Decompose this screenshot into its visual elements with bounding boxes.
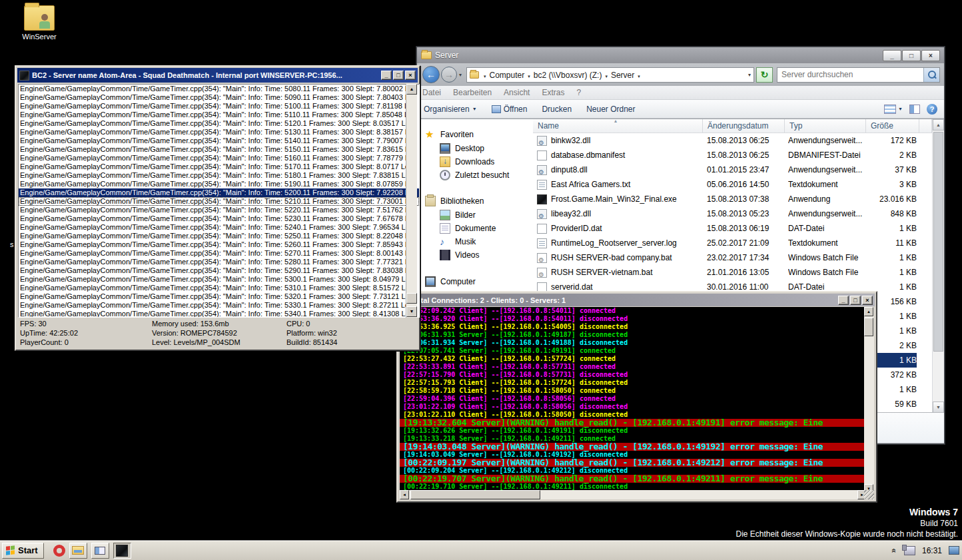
bc2-log-line[interactable]: Engine/Game/GameplayCommon/Time/GameTime… xyxy=(19,197,419,206)
bc2-log-line[interactable]: Engine/Game/GameplayCommon/Time/GameTime… xyxy=(19,249,419,258)
console-log-line[interactable]: [22:06:31.934 Server] --[192.168.0.1:491… xyxy=(400,339,867,347)
bc2-log-line[interactable]: Engine/Game/GameplayCommon/Time/GameTime… xyxy=(19,310,419,318)
console-close-button[interactable]: × xyxy=(862,296,873,305)
file-row[interactable]: Frost.Game.Main_Win32_Final.exe15.08.201… xyxy=(533,192,932,206)
file-row[interactable]: ProviderID.dat15.08.2013 06:19DAT-Datei1… xyxy=(533,221,932,236)
scroll-up-icon[interactable]: ▲ xyxy=(933,119,944,131)
bc2-log-line[interactable]: Engine/Game/GameplayCommon/Time/GameTime… xyxy=(19,232,419,240)
column-header-name[interactable]: Name▴ xyxy=(533,119,703,133)
console-log-line[interactable]: [23:01:22.109 Client] --[192.168.0.8:580… xyxy=(400,403,867,411)
scroll-up-icon[interactable]: ▲ xyxy=(864,307,873,316)
console-output[interactable]: [21:52:09.242 Client] --[192.168.0.8:540… xyxy=(400,307,867,493)
menu-item-[interactable]: ? xyxy=(576,88,581,97)
menu-item-extras[interactable]: Extras xyxy=(542,88,564,97)
sidebar-item-dokumente[interactable]: Dokumente xyxy=(440,222,496,235)
explorer-maximize-button[interactable]: □ xyxy=(902,50,921,61)
file-row[interactable]: RUSH SERVER-bad company.bat23.02.2017 17… xyxy=(533,250,932,265)
console-log-line[interactable]: [21:53:36.925 Client] --[192.168.0.1:540… xyxy=(400,323,867,331)
console-log-line[interactable]: [22:53:27.432 Client] --[192.168.0.1:577… xyxy=(400,355,867,363)
bc2-log-line[interactable]: Engine/Game/GameplayCommon/Time/GameTime… xyxy=(19,102,419,111)
breadcrumb-segment[interactable]: Server xyxy=(611,71,634,80)
bc2-log-line[interactable]: Engine/Game/GameplayCommon/Time/GameTime… xyxy=(19,180,419,188)
console-hscrollbar[interactable]: ◄ ► xyxy=(400,490,867,499)
scroll-down-icon[interactable]: ▼ xyxy=(406,306,417,317)
console-log-line[interactable]: [22:57:15.793 Client] --[192.168.0.1:577… xyxy=(400,379,867,387)
scrollbar-thumb[interactable] xyxy=(864,318,873,336)
scrollbar-thumb[interactable] xyxy=(933,132,943,352)
bc2-log-line[interactable]: Engine/Game/GameplayCommon/Time/GameTime… xyxy=(19,266,419,275)
start-button[interactable]: Start xyxy=(2,543,44,559)
console-warning-line[interactable]: [00:22:19.707 Server](WARNING) handle_re… xyxy=(400,475,867,483)
desktop-icon-winserver[interactable]: WinServer xyxy=(13,5,65,41)
sidebar-item-musik[interactable]: Musik xyxy=(440,235,476,248)
resize-grip[interactable] xyxy=(864,490,874,499)
console-vscrollbar[interactable]: ▲ ▼ xyxy=(864,307,874,493)
bc2-log-line[interactable]: Engine/Game/GameplayCommon/Time/GameTime… xyxy=(19,145,419,154)
bc2-log-line[interactable]: Engine/Game/GameplayCommon/Time/GameTime… xyxy=(19,292,419,301)
console-maximize-button[interactable]: □ xyxy=(850,296,861,305)
bc2-log-line[interactable]: Engine/Game/GameplayCommon/Time/GameTime… xyxy=(19,162,419,171)
console-log-line[interactable]: [21:52:09.242 Client] --[192.168.0.8:540… xyxy=(400,307,867,315)
console-warning-line[interactable]: [19:13:32.604 Server](WARNING) handle_re… xyxy=(400,419,867,427)
console-log-line[interactable]: [22:58:59.718 Client] --[192.168.0.1:580… xyxy=(400,387,867,395)
bc2-log-line[interactable]: Engine/Game/GameplayCommon/Time/GameTime… xyxy=(19,154,419,162)
console-log-line[interactable]: [22:57:15.790 Client] --[192.168.0.8:577… xyxy=(400,371,867,379)
file-row[interactable]: libeay32.dll15.08.2013 05:23Anwendungser… xyxy=(533,206,932,221)
history-dropdown-icon[interactable]: ▾ xyxy=(459,72,462,78)
forward-button[interactable]: → xyxy=(441,67,457,83)
bc2-scrollbar[interactable]: ▲ ▼ xyxy=(406,84,417,318)
bc2-log-line[interactable]: Engine/Game/GameplayCommon/Time/GameTime… xyxy=(19,85,419,93)
console-log-line[interactable]: [19:13:32.626 Server] --[192.168.0.1:491… xyxy=(400,427,867,435)
console-log-line[interactable]: [22:59:04.396 Client] --[192.168.0.8:580… xyxy=(400,395,867,403)
sidebar-item-videos[interactable]: Videos xyxy=(440,248,479,262)
taskbar-opera-icon[interactable] xyxy=(53,545,65,557)
sidebar-item-downloads[interactable]: Downloads xyxy=(440,155,494,168)
column-header-typ[interactable]: Typ xyxy=(785,119,866,133)
console-log-line[interactable]: [22:53:33.891 Client] --[192.168.0.8:577… xyxy=(400,363,867,371)
bc2-log-line[interactable]: Engine/Game/GameplayCommon/Time/GameTime… xyxy=(19,206,419,214)
preview-pane-button[interactable] xyxy=(909,105,920,114)
console-titlebar[interactable]: Total Connections: 2 - Clients: 0 - Serv… xyxy=(399,294,875,306)
explorer-close-button[interactable]: × xyxy=(921,50,940,61)
explorer-scrollbar[interactable]: ▲ ▼ xyxy=(932,119,944,412)
bc2-log-line[interactable]: Engine/Game/GameplayCommon/Time/GameTime… xyxy=(19,223,419,232)
scrollbar-thumb[interactable] xyxy=(410,490,540,499)
views-button[interactable]: ▼ xyxy=(884,105,903,114)
menu-item-datei[interactable]: Datei xyxy=(422,88,441,97)
show-hidden-icons-chevron[interactable]: » xyxy=(889,548,899,553)
console-minimize-button[interactable]: _ xyxy=(838,296,849,305)
column-header-nderungsdatum[interactable]: Änderungsdatum xyxy=(703,119,785,133)
menu-item-ansicht[interactable]: Ansicht xyxy=(504,88,530,97)
bc2-log-line[interactable]: Engine/Game/GameplayCommon/Time/GameTime… xyxy=(19,188,419,197)
bc2-log-line[interactable]: Engine/Game/GameplayCommon/Time/GameTime… xyxy=(19,258,419,266)
breadcrumb[interactable]: ▾Computer▾bc2 (\\Vboxsvr) (Z:)▾Server▾ ▾ xyxy=(466,67,754,83)
taskbar-bc2-button[interactable] xyxy=(113,543,131,559)
search-input[interactable] xyxy=(777,70,923,79)
bc2-log-line[interactable]: Engine/Game/GameplayCommon/Time/GameTime… xyxy=(19,128,419,137)
bc2-log-line[interactable]: Engine/Game/GameplayCommon/Time/GameTime… xyxy=(19,214,419,223)
console-log-line[interactable]: [21:53:36.920 Client] --[192.168.0.8:540… xyxy=(400,315,867,323)
console-warning-line[interactable]: [00:22:09.197 Server](WARNING) handle_re… xyxy=(400,459,867,467)
bc2-maximize-button[interactable]: □ xyxy=(393,71,404,80)
open-button[interactable]: Öffnen xyxy=(492,105,528,114)
sidebar-item-bilder[interactable]: Bilder xyxy=(440,208,476,222)
bc2-log-line[interactable]: Engine/Game/GameplayCommon/Time/GameTime… xyxy=(19,301,419,310)
bc2-log-line[interactable]: Engine/Game/GameplayCommon/Time/GameTime… xyxy=(19,111,419,119)
scroll-left-icon[interactable]: ◄ xyxy=(400,490,409,499)
address-dropdown-icon[interactable]: ▾ xyxy=(748,72,751,78)
column-header-gre[interactable]: Größe xyxy=(866,119,919,133)
print-button[interactable]: Drucken xyxy=(542,105,572,114)
search-icon[interactable] xyxy=(923,68,939,82)
explorer-titlebar[interactable]: Server _ □ × xyxy=(417,47,944,63)
bc2-log-line[interactable]: Engine/Game/GameplayCommon/Time/GameTime… xyxy=(19,137,419,145)
bc2-log-line[interactable]: Engine/Game/GameplayCommon/Time/GameTime… xyxy=(19,171,419,180)
back-button[interactable]: ← xyxy=(422,66,440,83)
organize-menu-button[interactable]: Organisieren▼ xyxy=(424,105,477,114)
file-row[interactable]: binkw32.dll15.08.2013 06:25Anwendungserw… xyxy=(533,133,932,148)
file-row[interactable]: RUSH SERVER-vietnam.bat21.01.2016 13:05W… xyxy=(533,265,932,280)
breadcrumb-segment[interactable]: Computer xyxy=(490,71,525,80)
sidebar-item-desktop[interactable]: Desktop xyxy=(440,142,484,155)
bc2-log-line[interactable]: Engine/Game/GameplayCommon/Time/GameTime… xyxy=(19,119,419,128)
network-icon[interactable] xyxy=(904,546,915,555)
new-folder-button[interactable]: Neuer Ordner xyxy=(586,105,635,114)
